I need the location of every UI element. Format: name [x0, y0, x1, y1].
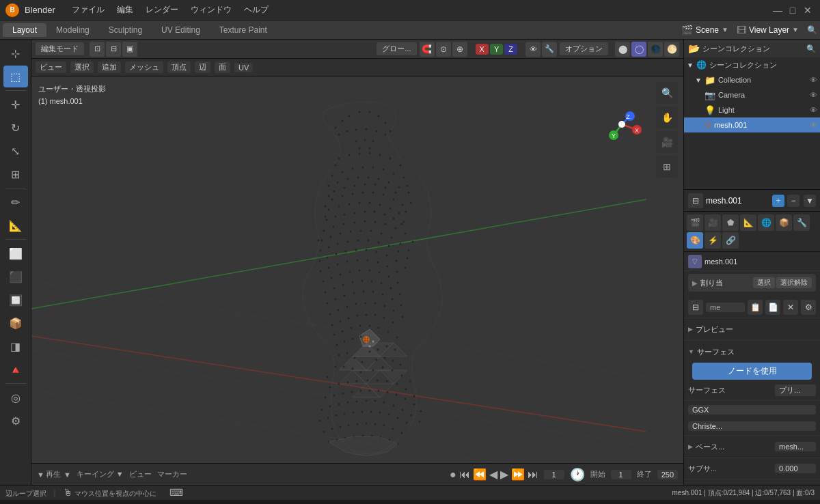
tool-annotate[interactable]: ✏: [3, 191, 28, 213]
prop-add-btn[interactable]: +: [772, 195, 784, 207]
tab-sculpting[interactable]: Sculpting: [99, 23, 152, 37]
pan-overlay-btn[interactable]: ✋: [656, 107, 678, 128]
prop-tab-material[interactable]: 🎨: [687, 232, 703, 249]
tool-bevel[interactable]: ◨: [3, 335, 28, 357]
jump-start-btn[interactable]: ⏮: [459, 468, 470, 481]
tool-cursor[interactable]: ⊹: [3, 42, 28, 64]
toolbar2-face[interactable]: 面: [215, 61, 230, 73]
view-label[interactable]: ビュー: [129, 469, 152, 479]
toolbar2-uv[interactable]: UV: [234, 63, 253, 72]
toolbar2-vertex[interactable]: 頂点: [167, 61, 191, 73]
base-header[interactable]: ▶ ベース... mesh...: [688, 438, 816, 455]
subsurface-value[interactable]: 0.000: [775, 464, 816, 473]
tool-transform-all[interactable]: ⊞: [3, 163, 28, 185]
grid-overlay-btn[interactable]: ⊞: [656, 156, 678, 178]
frame-end[interactable]: 250: [657, 470, 678, 479]
material-shading-btn[interactable]: 🌑: [648, 42, 663, 57]
step-back-btn[interactable]: ⏪: [473, 468, 487, 481]
close-button[interactable]: ✕: [801, 3, 815, 17]
modifier-header[interactable]: ▶ 割り当 選択 選択解除: [688, 274, 816, 292]
axis-y-btn[interactable]: Y: [490, 44, 503, 55]
tab-texture-paint[interactable]: Texture Paint: [210, 23, 277, 37]
menu-render[interactable]: レンダー: [140, 3, 184, 17]
settings-search-field[interactable]: me: [706, 303, 745, 312]
toolbar2-add[interactable]: 追加: [98, 61, 121, 73]
prop-tab-constraints[interactable]: 🔗: [722, 232, 739, 249]
scene-expand-icon[interactable]: ▼: [722, 26, 728, 33]
modifier-select-btn[interactable]: 選択: [753, 277, 775, 288]
prop-down-btn[interactable]: ▼: [804, 195, 816, 207]
solid-shading-btn[interactable]: ⬤: [615, 42, 630, 57]
jump-end-btn[interactable]: ⏭: [528, 468, 538, 481]
viewlayer-expand-icon[interactable]: ▼: [792, 26, 799, 33]
tool-misc-2[interactable]: ⚙: [3, 410, 28, 432]
camera-overlay-btn[interactable]: 🎥: [656, 131, 678, 153]
viewport-overlay-btn[interactable]: 👁: [525, 42, 541, 57]
tool-measure[interactable]: 📐: [3, 214, 28, 236]
settings-mode-icon[interactable]: ⊟: [688, 300, 703, 315]
tab-layout[interactable]: Layout: [3, 23, 46, 37]
light-visibility[interactable]: 👁: [810, 106, 817, 114]
tool-transform-move[interactable]: ✛: [3, 94, 28, 115]
prop-tab-particles[interactable]: ⚡: [705, 232, 721, 249]
vertex-select-btn[interactable]: ⊡: [90, 42, 105, 57]
settings-delete-icon[interactable]: ✕: [783, 300, 798, 315]
axis-x-btn[interactable]: X: [476, 44, 489, 55]
proportional-icon[interactable]: ⊙: [436, 42, 451, 57]
keying-label[interactable]: キーイング ▼: [77, 469, 124, 479]
christen-selector[interactable]: Christe...: [688, 421, 816, 431]
mode-selector[interactable]: 編集モード: [36, 42, 84, 55]
prop-remove-btn[interactable]: −: [787, 195, 800, 207]
viewport-canvas[interactable]: ユーザー・透視投影 (1) mesh.001 Z X Y: [31, 76, 683, 463]
prop-tab-world[interactable]: 🌐: [758, 214, 774, 231]
wireframe-shading-btn[interactable]: ◯: [631, 42, 646, 57]
base-value[interactable]: mesh...: [775, 442, 816, 451]
surface-type-value[interactable]: プリ...: [775, 384, 816, 396]
frame-current[interactable]: 1: [544, 470, 564, 479]
tool-transform-scale[interactable]: ⤡: [3, 140, 28, 162]
ggx-selector[interactable]: GGX: [688, 405, 816, 415]
prop-tab-object[interactable]: 📦: [776, 214, 792, 231]
tool-knife[interactable]: 🔺: [3, 359, 28, 380]
prop-tab-output[interactable]: 🎥: [705, 214, 721, 231]
gizmo[interactable]: Z X Y: [594, 97, 649, 152]
menu-file[interactable]: ファイル: [66, 3, 110, 17]
toolbar2-mesh[interactable]: メッシュ: [125, 61, 163, 73]
tab-uv-editing[interactable]: UV Editing: [152, 23, 210, 37]
marker-label[interactable]: マーカー: [157, 469, 187, 479]
outliner-search-btn[interactable]: 🔍: [806, 44, 816, 53]
maximize-button[interactable]: □: [786, 3, 800, 17]
collection-row[interactable]: ▼ 📁 Collection 👁: [684, 72, 820, 87]
axis-z-btn[interactable]: Z: [504, 44, 517, 55]
play-back-btn[interactable]: ◀: [489, 468, 497, 481]
transform-btn[interactable]: グロー...: [377, 42, 416, 55]
prop-tab-render[interactable]: 🎬: [687, 214, 703, 231]
face-select-btn[interactable]: ▣: [122, 42, 137, 57]
camera-row[interactable]: 📷 Camera 👁: [684, 87, 820, 102]
playback-dropdown[interactable]: 再生: [46, 469, 61, 479]
collection-visibility[interactable]: 👁: [810, 76, 817, 84]
tool-transform-rotate[interactable]: ↻: [3, 117, 28, 139]
step-fwd-btn[interactable]: ⏩: [511, 468, 525, 481]
edge-select-btn[interactable]: ⊟: [106, 42, 121, 57]
search-icon[interactable]: 🔍: [807, 25, 817, 35]
menu-edit[interactable]: 編集: [111, 3, 139, 17]
tool-box-select[interactable]: ⬜: [3, 242, 28, 264]
record-btn[interactable]: ●: [450, 468, 456, 481]
menu-help[interactable]: ヘルプ: [238, 3, 274, 17]
tool-loop-cut[interactable]: 🔲: [3, 289, 28, 311]
preview-header[interactable]: ▶ プレビュー: [688, 321, 816, 337]
settings-filter-icon[interactable]: ⚙: [801, 300, 816, 315]
camera-visibility[interactable]: 👁: [810, 91, 817, 99]
playback-mode-btn[interactable]: ▼ 再生 ▼: [37, 469, 71, 479]
tool-shrink[interactable]: 📦: [3, 312, 28, 334]
settings-copy-icon[interactable]: 📄: [765, 300, 780, 315]
tool-misc-1[interactable]: ◎: [3, 387, 28, 408]
mesh-visibility[interactable]: 👁: [810, 121, 817, 129]
viewport-gizmo-btn[interactable]: 🔧: [542, 42, 557, 57]
tab-modeling[interactable]: Modeling: [46, 23, 99, 37]
rendered-shading-btn[interactable]: 🌕: [664, 42, 679, 57]
origin-icon[interactable]: ⊕: [452, 42, 467, 57]
mesh-row[interactable]: ▽ mesh.001 👁: [684, 117, 820, 132]
use-nodes-btn[interactable]: ノードを使用: [692, 363, 812, 380]
